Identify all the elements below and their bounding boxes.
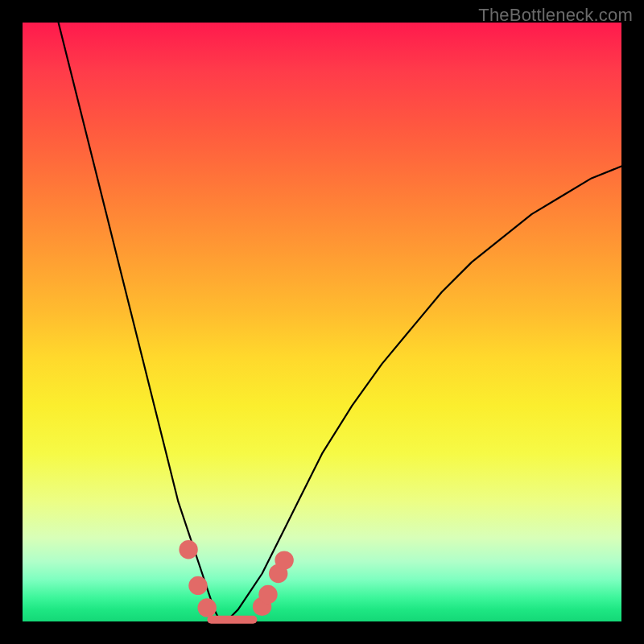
plot-area	[23, 23, 621, 621]
chart-frame: TheBottleneck.com	[0, 0, 644, 644]
marker-dots-group	[179, 540, 293, 617]
bottleneck-curve	[59, 23, 621, 621]
marker-dot-2	[198, 598, 217, 617]
marker-dot-4	[258, 585, 277, 604]
marker-dot-1	[188, 576, 207, 595]
curve-svg	[23, 23, 621, 621]
marker-dot-0	[179, 540, 197, 559]
marker-dot-6	[275, 551, 293, 569]
